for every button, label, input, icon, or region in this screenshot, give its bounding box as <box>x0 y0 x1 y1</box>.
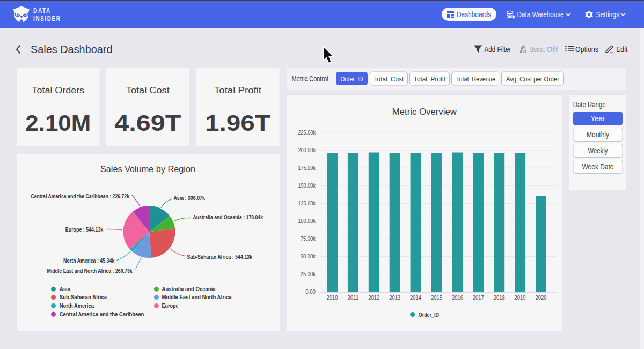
svg-text:2013: 2013 <box>389 294 400 301</box>
svg-text:Add Filter: Add Filter <box>485 44 511 54</box>
svg-text:Total_Revenue: Total_Revenue <box>456 75 495 83</box>
svg-text:North America : 45.34k: North America : 45.34k <box>63 257 114 264</box>
svg-text:Avg. Cost per Order: Avg. Cost per Order <box>506 75 560 83</box>
svg-text:INSIDER: INSIDER <box>33 15 61 23</box>
svg-text:Middle East and North Africa :: Middle East and North Africa : 260.73k <box>47 268 133 274</box>
svg-text:Order_ID: Order_ID <box>341 75 363 83</box>
svg-text:Sub-Saharan Africa: Sub-Saharan Africa <box>60 294 107 300</box>
svg-text:Metric Overview: Metric Overview <box>392 107 457 116</box>
svg-text:Week Date: Week Date <box>582 162 614 171</box>
svg-text:2.10M: 2.10M <box>25 110 91 136</box>
svg-text:2016: 2016 <box>452 294 463 301</box>
svg-text:25.00k: 25.00k <box>301 271 316 277</box>
svg-text:175.00k: 175.00k <box>298 165 316 171</box>
svg-text:Australia and Oceania: Australia and Oceania <box>162 286 216 292</box>
svg-text:Total Orders: Total Orders <box>32 85 85 95</box>
svg-text:Date Range: Date Range <box>573 100 606 109</box>
svg-text:1.96T: 1.96T <box>205 110 270 136</box>
svg-text:Metric Control: Metric Control <box>292 75 328 83</box>
svg-text:Australia and Oceania : 170.04: Australia and Oceania : 170.04k <box>193 214 264 220</box>
svg-text:Off: Off <box>547 44 559 54</box>
svg-text:Order_ID: Order_ID <box>419 311 439 318</box>
svg-text:Boost:: Boost: <box>530 44 545 54</box>
svg-text:2011: 2011 <box>347 294 358 301</box>
svg-text:2010: 2010 <box>327 294 338 301</box>
svg-text:Options: Options <box>575 44 598 54</box>
svg-text:Central America and the Caribb: Central America and the Caribbean : 226.… <box>31 193 129 199</box>
svg-text:Central America and the Caribb: Central America and the Caribbean <box>60 311 144 317</box>
svg-text:100.00k: 100.00k <box>298 218 316 224</box>
svg-text:2014: 2014 <box>410 294 421 301</box>
svg-text:Asia: Asia <box>60 286 71 292</box>
svg-text:Edit: Edit <box>616 44 628 54</box>
svg-text:Settings: Settings <box>596 10 620 19</box>
svg-text:2012: 2012 <box>368 294 379 301</box>
svg-text:Sub-Saharan Africa : 544.13k: Sub-Saharan Africa : 544.13k <box>187 254 252 260</box>
svg-text:225.00k: 225.00k <box>298 129 316 136</box>
svg-text:2020: 2020 <box>536 294 547 301</box>
svg-text:Middle East and North Africa: Middle East and North Africa <box>162 294 232 300</box>
svg-text:50.00k: 50.00k <box>301 253 316 259</box>
svg-text:Year: Year <box>591 114 605 123</box>
svg-text:2019: 2019 <box>515 294 526 301</box>
svg-text:125.00k: 125.00k <box>298 200 316 206</box>
svg-text:Sales Volume by Region: Sales Volume by Region <box>100 164 195 174</box>
svg-text:Total Cost: Total Cost <box>126 85 170 95</box>
svg-text:Europe : 544.13k: Europe : 544.13k <box>65 226 104 233</box>
svg-text:Total Profit: Total Profit <box>214 85 261 95</box>
svg-text:Asia : 306.07k: Asia : 306.07k <box>173 195 205 201</box>
svg-text:200.00k: 200.00k <box>298 147 316 153</box>
svg-text:Europe: Europe <box>162 302 179 309</box>
svg-text:Total_Cost: Total_Cost <box>374 75 404 83</box>
svg-text:2015: 2015 <box>431 294 442 301</box>
svg-text:Total_Profit: Total_Profit <box>414 75 445 83</box>
svg-text:0.00: 0.00 <box>305 288 316 295</box>
svg-text:150.00k: 150.00k <box>298 182 316 189</box>
svg-text:75.00k: 75.00k <box>301 235 316 242</box>
svg-text:North America: North America <box>60 302 94 309</box>
svg-text:2018: 2018 <box>494 294 505 301</box>
svg-text:Weekly: Weekly <box>588 146 608 155</box>
svg-text:2017: 2017 <box>473 294 484 301</box>
svg-text:Sales Dashboard: Sales Dashboard <box>31 43 113 55</box>
svg-text:4.69T: 4.69T <box>114 110 181 136</box>
svg-text:Data Warehouse: Data Warehouse <box>517 10 564 19</box>
svg-text:Monthly: Monthly <box>587 130 609 139</box>
svg-text:DATA: DATA <box>33 7 51 14</box>
svg-text:Dashboards: Dashboards <box>457 10 491 19</box>
